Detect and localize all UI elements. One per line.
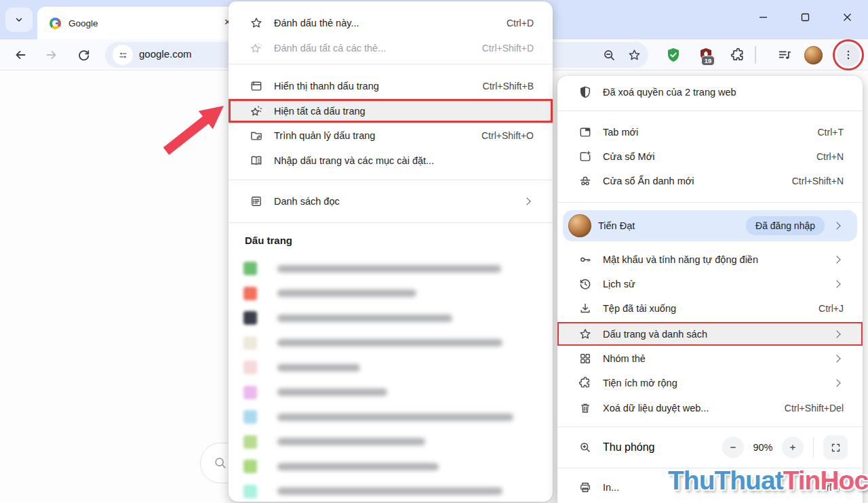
bookmarks-section-title: Dấu trang xyxy=(245,235,292,246)
chevron-right-icon xyxy=(523,197,530,205)
bookmark-title-blurred xyxy=(277,438,425,445)
profile-row[interactable]: Tiến Đạt Đã đăng nhập xyxy=(563,210,857,241)
search-icon xyxy=(213,456,228,470)
zoom-out-indicator-icon[interactable] xyxy=(602,48,616,62)
bookmark-favicon xyxy=(243,287,257,300)
red-arrow-annotation xyxy=(159,94,234,161)
zoom-out-button[interactable] xyxy=(722,437,744,458)
minus-icon xyxy=(728,442,738,453)
extensions-button[interactable] xyxy=(725,42,751,68)
bookmark-row[interactable] xyxy=(229,331,553,355)
bookmark-favicon xyxy=(243,386,257,399)
adblock-extension-button[interactable] xyxy=(660,42,686,68)
menu-item-tab-groups[interactable]: Nhóm thẻ xyxy=(557,346,863,371)
url-text: google.com xyxy=(139,48,192,60)
bookmark-row[interactable] xyxy=(229,405,553,429)
browser-window: Google ✕ google.com xyxy=(0,0,868,503)
bookmark-row[interactable] xyxy=(229,355,553,380)
bookmark-row[interactable] xyxy=(229,306,553,330)
menu-item-history[interactable]: Lịch sử xyxy=(557,272,863,296)
zoom-in-button[interactable] xyxy=(782,437,804,458)
minimize-button[interactable] xyxy=(742,0,784,34)
menu-item-bookmarks-and-lists[interactable]: Dấu trang và danh sách xyxy=(557,322,863,346)
zoom-divider xyxy=(813,437,814,458)
plus-icon xyxy=(787,442,798,453)
bookmark-row[interactable] xyxy=(229,479,553,503)
menu-item-bookmark-manager[interactable]: Trình quản lý dấu trang Ctrl+Shift+O xyxy=(229,123,553,148)
bookmark-title-blurred xyxy=(277,339,502,346)
reading-list-icon xyxy=(245,195,268,208)
window-controls xyxy=(742,0,868,34)
zoom-row: Thu phóng 90% xyxy=(557,435,863,460)
chevron-right-icon xyxy=(833,280,840,287)
close-button[interactable] xyxy=(826,0,868,34)
bookmarks-submenu: Đánh dấu thẻ này... Ctrl+D Đánh dấu tất … xyxy=(229,1,553,502)
tab-title: Google xyxy=(68,18,98,28)
chevron-right-icon xyxy=(833,256,840,263)
back-button[interactable] xyxy=(7,42,33,68)
history-icon xyxy=(574,277,597,291)
chevron-right-icon xyxy=(833,222,840,229)
red-circle-annotation xyxy=(833,39,864,71)
browser-tab[interactable]: Google ✕ xyxy=(37,7,235,39)
menu-item-bookmark-this-tab[interactable]: Đánh dấu thẻ này... Ctrl+D xyxy=(229,11,553,35)
shield-half-icon xyxy=(574,85,597,99)
bookmark-title-blurred xyxy=(277,289,416,297)
menu-item-bookmark-all-tabs[interactable]: Đánh dấu tất cả các thẻ... Ctrl+Shift+D xyxy=(229,36,553,60)
bookmark-favicon xyxy=(243,262,257,275)
menu-item-extensions[interactable]: Tiện ích mở rộng xyxy=(557,371,863,395)
maximize-button[interactable] xyxy=(784,0,826,34)
menu-divider xyxy=(557,202,863,203)
bookmark-favicon xyxy=(243,460,257,473)
extension-badge: 19 xyxy=(701,56,715,66)
watermark-part-pink: TinHoc.vn xyxy=(783,466,868,495)
bookmark-favicon xyxy=(243,435,257,449)
menu-item-downloads[interactable]: Tệp đã tải xuống Ctrl+J xyxy=(557,296,863,321)
bookmark-row[interactable] xyxy=(229,454,553,479)
bookmark-favicon xyxy=(243,311,257,325)
bookmark-row[interactable] xyxy=(229,281,553,306)
zoom-label: Thu phóng xyxy=(603,441,655,454)
menu-item-clear-browsing-data[interactable]: Xoá dữ liệu duyệt web... Ctrl+Shift+Del xyxy=(557,396,863,420)
bookmark-star-icon[interactable] xyxy=(627,48,642,62)
menu-item-show-bookmarks-bar[interactable]: Hiển thị thanh dấu trang Ctrl+Shift+B xyxy=(229,74,553,98)
bookmark-row[interactable] xyxy=(229,256,553,281)
security-extension-button[interactable]: 19 xyxy=(693,42,719,68)
chevron-right-icon xyxy=(833,355,840,362)
bookmark-title-blurred xyxy=(277,463,439,470)
media-controls-button[interactable] xyxy=(772,42,797,68)
bookmark-row[interactable] xyxy=(229,380,553,405)
menu-item-import-bookmarks[interactable]: Nhập dấu trang và các mục cài đặt... xyxy=(229,148,553,173)
bookmark-title-blurred xyxy=(277,414,513,421)
incognito-icon xyxy=(574,174,597,188)
trash-icon xyxy=(574,401,597,415)
tab-search-button[interactable] xyxy=(5,7,33,32)
profile-avatar-button[interactable] xyxy=(800,42,826,68)
menu-item-new-incognito-window[interactable]: Cửa sổ Ẩn danh mới Ctrl+Shift+N xyxy=(557,169,863,193)
watermark: ThuThuatTinHoc.vn xyxy=(668,466,868,496)
bookmark-favicon xyxy=(243,410,257,424)
google-favicon xyxy=(50,18,61,29)
toolbar-divider xyxy=(755,46,756,64)
menu-item-reading-list[interactable]: Danh sách đọc xyxy=(229,189,553,214)
menu-item-permissions[interactable]: Đã xoá quyền của 2 trang web xyxy=(557,80,863,104)
chevron-right-icon xyxy=(833,379,840,386)
site-settings-button[interactable] xyxy=(113,45,133,65)
printer-icon xyxy=(574,481,597,494)
fullscreen-button[interactable] xyxy=(823,435,848,460)
chevron-down-icon xyxy=(14,15,24,24)
menu-item-show-all-bookmarks[interactable]: Hiện tất cả dấu trang xyxy=(229,99,553,123)
magnifier-plus-icon xyxy=(574,441,597,454)
menu-item-new-window[interactable]: Cửa sổ Mới Ctrl+N xyxy=(557,144,863,169)
bookmarks-bar-icon xyxy=(245,79,268,93)
forward-button[interactable] xyxy=(39,42,64,68)
download-icon xyxy=(574,302,597,315)
bookmark-title-blurred xyxy=(277,388,387,396)
window-plus-icon xyxy=(574,150,597,163)
arrow-left-icon xyxy=(13,47,28,62)
menu-item-passwords[interactable]: Mật khẩu và tính năng tự động điền xyxy=(557,247,863,272)
bookmark-row[interactable] xyxy=(229,430,553,454)
reload-button[interactable] xyxy=(71,42,96,68)
menu-item-new-tab[interactable]: Tab mới Ctrl+T xyxy=(557,120,863,144)
bookmark-title-blurred xyxy=(277,265,501,273)
